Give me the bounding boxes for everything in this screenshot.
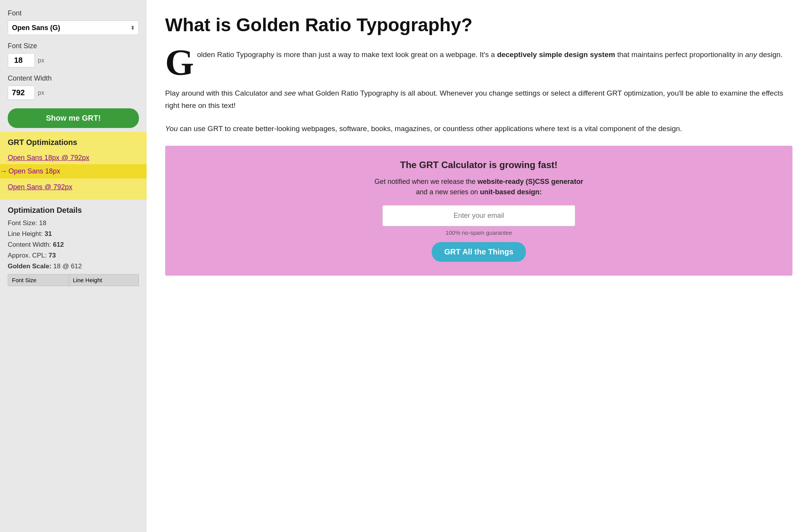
line-height-detail: Line Height: 31 xyxy=(8,230,139,238)
golden-scale-label: Golden Scale: xyxy=(8,263,51,270)
spam-note: 100% no-spam guarantee xyxy=(177,229,780,236)
para3-cont: can use GRT to create better-looking web… xyxy=(178,125,682,133)
line-height-label: Line Height: xyxy=(8,230,43,237)
optimization-details-section: Optimization Details Font Size: 18 Line … xyxy=(8,200,139,286)
font-section: Font Open Sans (G) ⬍ xyxy=(8,9,139,35)
font-size-detail-value: 18 xyxy=(39,219,46,227)
font-size-unit: px xyxy=(38,57,44,64)
grt-opt-active-2[interactable]: →Open Sans 18px xyxy=(0,164,154,178)
drop-cap-text: olden Ratio Typography is more than just… xyxy=(197,51,783,59)
font-label: Font xyxy=(8,9,139,17)
table-col2-header: Line Height xyxy=(69,274,139,286)
content-width-detail-label: Content Width: xyxy=(8,241,51,248)
optimization-details-title: Optimization Details xyxy=(8,206,139,215)
email-input[interactable] xyxy=(382,205,575,226)
detail-table: Font Size Line Height xyxy=(8,274,139,286)
cta-subtitle-pre: Get notified when we release the xyxy=(374,178,477,185)
italic-text-1: any xyxy=(745,51,757,59)
paragraph-2: Play around with this Calculator and see… xyxy=(165,87,792,112)
drop-cap-text-2: that maintains perfect proportionality i… xyxy=(615,51,745,59)
content-width-detail-value: 612 xyxy=(53,241,64,248)
para2-italic: see xyxy=(284,89,296,97)
grt-opt-link-1[interactable]: Open Sans 18px @ 792px xyxy=(8,152,139,164)
cta-subtitle-mid: and a new series on xyxy=(416,188,480,196)
golden-scale-value: 18 @ 612 xyxy=(53,263,82,270)
show-grt-button[interactable]: Show me GRT! xyxy=(8,108,139,128)
sidebar: Font Open Sans (G) ⬍ Font Size px Conten… xyxy=(0,0,147,532)
table-col1-header: Font Size xyxy=(8,274,69,286)
grt-optimizations-section: GRT Optimizations Open Sans 18px @ 792px… xyxy=(0,132,147,200)
grt-opt-2-label: Open Sans 18px xyxy=(8,167,60,175)
drop-cap-letter: G xyxy=(165,49,194,76)
grt-opt-link-3[interactable]: Open Sans @ 792px xyxy=(8,181,139,194)
para2-text: Play around with this Calculator and xyxy=(165,89,284,97)
arrow-icon: → xyxy=(0,167,7,175)
font-select-wrapper: Open Sans (G) ⬍ xyxy=(8,20,139,35)
font-size-label: Font Size xyxy=(8,42,139,50)
grt-optimizations-title: GRT Optimizations xyxy=(8,138,139,147)
cta-title: The GRT Calculator is growing fast! xyxy=(177,160,780,170)
drop-cap-paragraph: G olden Ratio Typography is more than ju… xyxy=(165,49,792,76)
font-select[interactable]: Open Sans (G) xyxy=(8,20,139,35)
bold-text-1: deceptively simple design system xyxy=(497,51,615,59)
main-content: What is Golden Ratio Typography? G olden… xyxy=(147,0,811,532)
line-height-value: 31 xyxy=(44,230,52,237)
paragraph-3: You can use GRT to create better-looking… xyxy=(165,123,792,135)
approx-cpl-value: 73 xyxy=(49,252,56,259)
content-width-label: Content Width xyxy=(8,74,139,82)
content-width-input[interactable] xyxy=(8,86,35,100)
content-width-input-row: px xyxy=(8,86,139,100)
approx-cpl-detail: Approx. CPL: 73 xyxy=(8,252,139,259)
font-size-detail: Font Size: 18 xyxy=(8,219,139,227)
cta-subtitle: Get notified when we release the website… xyxy=(177,177,780,197)
cta-button[interactable]: GRT All the Things xyxy=(432,242,525,262)
font-size-detail-label: Font Size: xyxy=(8,219,37,227)
content-width-unit: px xyxy=(38,89,44,96)
cta-box: The GRT Calculator is growing fast! Get … xyxy=(165,146,792,276)
golden-scale-detail: Golden Scale: 18 @ 612 xyxy=(8,263,139,270)
content-width-section: Content Width px xyxy=(8,74,139,100)
page-title: What is Golden Ratio Typography? xyxy=(165,14,792,36)
font-size-input-row: px xyxy=(8,53,139,67)
font-size-section: Font Size px xyxy=(8,42,139,67)
approx-cpl-label: Approx. CPL: xyxy=(8,252,47,259)
drop-cap-text-1: olden Ratio Typography is more than just… xyxy=(197,51,497,59)
drop-cap-text-3: design. xyxy=(757,51,783,59)
cta-subtitle-bold: website-ready (S)CSS generator xyxy=(478,178,583,185)
content-width-detail: Content Width: 612 xyxy=(8,241,139,249)
para3-italic: You xyxy=(165,125,178,133)
cta-subtitle-bold2: unit-based design: xyxy=(480,188,542,196)
font-size-input[interactable] xyxy=(8,53,35,67)
